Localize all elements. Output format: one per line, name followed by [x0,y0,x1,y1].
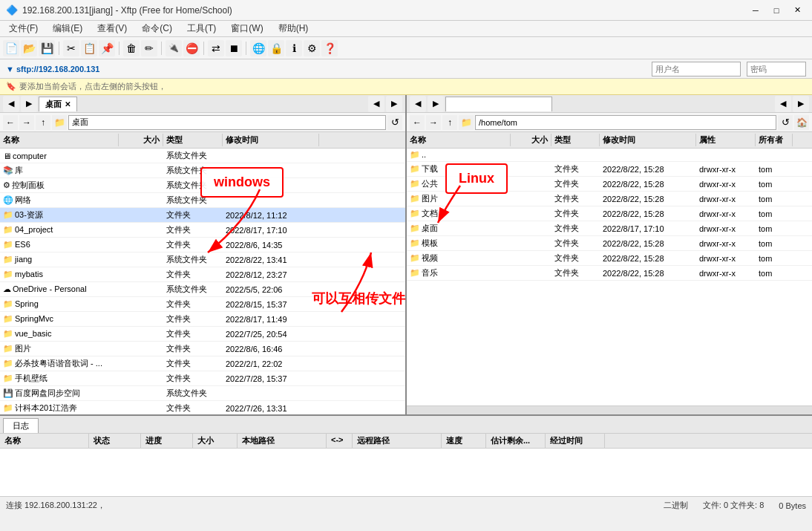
minimize-button[interactable]: ─ [747,3,764,18]
right-file-list[interactable]: 名称 大小 类型 修改时间 属性 所有者 📁.. 📁下载 文件夹 [407,132,812,405]
password-input[interactable] [747,62,806,76]
left-file-row[interactable]: 📁图片 文件夹 2022/8/6, 16:46 [0,342,405,356]
left-file-row[interactable]: 📁jiang 系统文件夹 2022/8/22, 13:41 [0,253,405,267]
right-nav-prev[interactable]: ◀ [410,96,426,112]
left-file-type: 文件夹 [163,268,223,281]
right-folder-icon[interactable]: 📁 [459,115,474,130]
left-forward-btn[interactable]: → [19,115,34,130]
tb-disconnect[interactable]: ⛔ [183,40,200,56]
right-file-date: 2022/8/22, 15:28 [600,238,696,249]
left-file-row[interactable]: 📁03-资源 文件夹 2022/8/12, 11:12 [0,208,405,223]
log-tab[interactable]: 日志 [3,418,39,433]
left-back-btn[interactable]: ← [3,115,18,130]
right-file-row[interactable]: 📁下载 文件夹 2022/8/22, 15:28 drwxr-xr-x tom [407,162,812,177]
tb-open[interactable]: 📂 [21,40,37,56]
tb-paste[interactable]: 📌 [99,40,115,56]
right-file-date: 2022/8/22, 15:28 [600,253,696,264]
right-path-input[interactable] [475,115,776,130]
left-file-size [119,289,163,290]
right-file-row[interactable]: 📁.. [407,149,812,162]
right-file-row[interactable]: 📁文档 文件夹 2022/8/22, 15:28 drwxr-xr-x tom [407,206,812,221]
username-input[interactable] [652,62,741,76]
tb-info[interactable]: ℹ [286,40,302,56]
right-back-btn[interactable]: ← [410,115,425,130]
tb-new-session[interactable]: 📄 [3,40,19,56]
menu-window[interactable]: 窗口(W) [228,22,266,36]
left-file-row[interactable]: 📁mybatis 文件夹 2022/8/12, 23:27 [0,267,405,282]
right-file-owner: tom [756,209,793,219]
left-file-row[interactable]: 📁手机壁纸 文件夹 2022/7/28, 15:37 [0,371,405,386]
left-file-row[interactable]: ☁OneDrive - Personal 系统文件夹 2022/5/5, 22:… [0,282,405,297]
left-file-size [119,185,163,186]
left-file-row[interactable]: 📚库 系统文件夹 [0,163,405,178]
right-file-row[interactable]: 📁音乐 文件夹 2022/8/22, 15:28 drwxr-xr-x tom [407,266,812,281]
close-button[interactable]: ✕ [788,3,806,18]
left-nav-prev[interactable]: ◀ [3,96,19,112]
tb-settings[interactable]: ⚙ [304,40,320,56]
tb-delete[interactable]: 🗑 [123,40,140,56]
menu-file[interactable]: 文件(F) [6,22,41,36]
left-file-row[interactable]: 📁04_project 文件夹 2022/8/17, 17:10 [0,223,405,238]
left-file-row[interactable]: 💾百度网盘同步空间 系统文件夹 [0,386,405,401]
right-home-btn[interactable]: 🏠 [794,115,809,130]
left-file-row[interactable]: 📁Spring 文件夹 2022/8/15, 15:37 [0,297,405,312]
right-file-row[interactable]: 📁模板 文件夹 2022/8/22, 15:28 drwxr-xr-x tom [407,236,812,251]
left-tab-right-arr2[interactable]: ▶ [386,96,402,112]
left-refresh-btn[interactable]: ↺ [387,115,402,130]
left-tab-right-arr[interactable]: ◀ [368,96,384,112]
left-file-row[interactable]: 📁计科本201江浩奔 文件夹 2022/7/26, 13:31 [0,401,405,414]
tb-transfer[interactable]: ⇄ [208,40,224,56]
tb-cut[interactable]: ✂ [63,40,79,56]
tb-help[interactable]: ❓ [321,40,338,56]
right-nav-next[interactable]: ▶ [428,96,444,112]
left-file-row[interactable]: ⚙控制面板 系统文件夹 [0,178,405,193]
left-file-list[interactable]: 名称 大小 类型 修改时间 🖥computer 系统文件夹 📚库 系统文件夹 ⚙… [0,132,405,414]
left-file-row[interactable]: 📁ES6 文件夹 2022/8/6, 14:35 [0,238,405,253]
right-file-type: 文件夹 [551,177,600,190]
left-file-size [119,304,163,305]
maximize-button[interactable]: □ [767,3,785,18]
left-file-row[interactable]: 🌐网络 系统文件夹 [0,193,405,208]
right-up-btn[interactable]: ↑ [442,115,457,130]
right-file-owner: tom [756,253,793,264]
tb-globe[interactable]: 🌐 [250,40,266,56]
tb-save[interactable]: 💾 [39,40,55,56]
right-tab-arr1[interactable]: ◀ [775,96,791,112]
menu-help[interactable]: 帮助(H) [275,22,312,36]
left-up-btn[interactable]: ↑ [36,115,50,130]
right-tab-server[interactable]: 192.168.200.131[jian... ✕ [445,97,552,111]
right-file-row[interactable]: 📁公共 文件夹 2022/8/22, 15:28 drwxr-xr-x tom [407,177,812,192]
left-file-row[interactable]: 📁SpringMvc 文件夹 2022/8/17, 11:49 [0,312,405,327]
right-file-owner: tom [756,238,793,249]
left-nav-next[interactable]: ▶ [21,96,37,112]
left-tab-desktop[interactable]: 桌面 ✕ [39,97,77,111]
toolbar-sep-3 [161,42,162,55]
left-path-input[interactable] [68,115,386,130]
right-refresh-btn[interactable]: ↺ [778,115,793,130]
right-scrollbar-h[interactable] [407,405,812,414]
menu-edit[interactable]: 编辑(E) [50,22,85,36]
menu-view[interactable]: 查看(V) [94,22,130,36]
tb-rename[interactable]: ✏ [141,40,157,56]
left-file-size [119,408,163,409]
menu-tools[interactable]: 工具(T) [184,22,219,36]
right-forward-btn[interactable]: → [426,115,441,130]
left-file-type: 文件夹 [163,402,223,414]
right-header-attr: 属性 [696,134,756,146]
tb-stop[interactable]: ⏹ [226,40,242,56]
left-file-row[interactable]: 🖥computer 系统文件夹 [0,149,405,163]
tb-connect[interactable]: 🔌 [166,40,182,56]
left-folder-icon[interactable]: 📁 [52,115,67,130]
left-file-row[interactable]: 📁vue_basic 文件夹 2022/7/25, 20:54 [0,327,405,342]
right-file-row[interactable]: 📁桌面 文件夹 2022/8/17, 17:10 drwxr-xr-x tom [407,221,812,236]
left-file-row[interactable]: 📁必杀技粤语谐音歌词 - ... 文件夹 2022/2/1, 22:02 [0,356,405,371]
right-file-row[interactable]: 📁视频 文件夹 2022/8/22, 15:28 drwxr-xr-x tom [407,251,812,266]
left-file-name: 📚库 [0,164,119,177]
right-file-row[interactable]: 📁图片 文件夹 2022/8/22, 15:28 drwxr-xr-x tom [407,192,812,206]
right-tab-arr2[interactable]: ▶ [793,96,809,112]
right-tab-close[interactable]: ✕ [540,100,546,108]
tb-copy[interactable]: 📋 [81,40,97,56]
left-tab-close[interactable]: ✕ [65,100,71,108]
tb-lock[interactable]: 🔒 [268,40,284,56]
menu-command[interactable]: 命令(C) [139,22,175,36]
